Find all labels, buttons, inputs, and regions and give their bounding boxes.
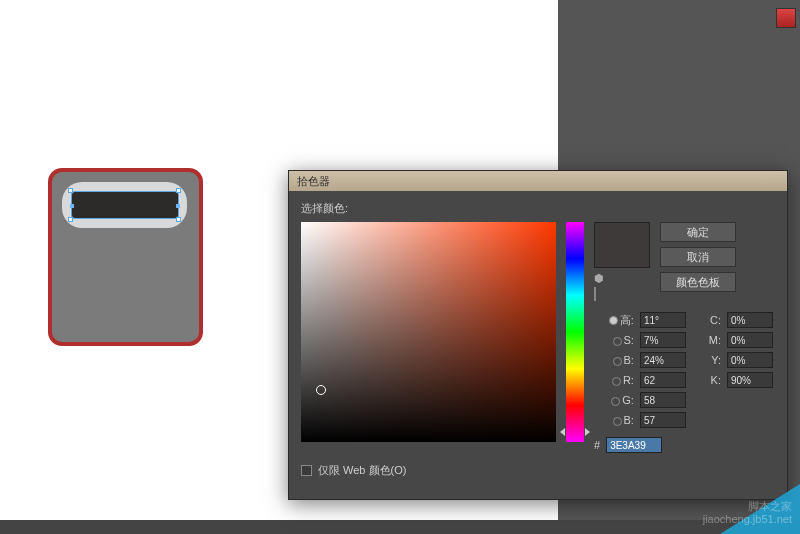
s-label[interactable]: S: bbox=[594, 334, 634, 346]
k-input[interactable] bbox=[727, 372, 773, 388]
web-only-row[interactable]: 仅限 Web 颜色(O) bbox=[301, 463, 775, 478]
s-input[interactable] bbox=[640, 332, 686, 348]
m-label: M: bbox=[694, 334, 721, 346]
shape-white-bar[interactable] bbox=[62, 182, 187, 228]
s-radio[interactable] bbox=[613, 337, 622, 346]
g-radio[interactable] bbox=[611, 397, 620, 406]
hue-slider[interactable] bbox=[566, 222, 584, 442]
b-label[interactable]: B: bbox=[594, 414, 634, 426]
selection-handle[interactable] bbox=[68, 217, 73, 222]
g-label[interactable]: G: bbox=[594, 394, 634, 406]
g-input[interactable] bbox=[640, 392, 686, 408]
selection-handle[interactable] bbox=[68, 188, 73, 193]
swatches-button[interactable]: 颜色色板 bbox=[660, 272, 736, 292]
r-input[interactable] bbox=[640, 372, 686, 388]
bv-radio[interactable] bbox=[613, 357, 622, 366]
h-input[interactable] bbox=[640, 312, 686, 328]
web-only-label: 仅限 Web 颜色(O) bbox=[318, 463, 406, 478]
dialog-title: 拾色器 bbox=[297, 175, 330, 187]
cube-icon[interactable]: ⬢ bbox=[594, 272, 606, 284]
current-color-swatch bbox=[594, 222, 650, 268]
k-label: K: bbox=[694, 374, 721, 386]
hue-indicator-icon[interactable] bbox=[560, 428, 590, 436]
dialog-titlebar[interactable]: 拾色器 bbox=[289, 171, 787, 191]
selection-handle[interactable] bbox=[176, 217, 181, 222]
r-radio[interactable] bbox=[612, 377, 621, 386]
watermark-text: 脚本之家 jiaocheng.jb51.net bbox=[703, 500, 792, 526]
y-label: Y: bbox=[694, 354, 721, 366]
color-value-grid: 高: C: S: M: B: Y: R: K: G: bbox=[594, 312, 775, 428]
saturation-value-field[interactable] bbox=[301, 222, 556, 442]
cancel-button[interactable]: 取消 bbox=[660, 247, 736, 267]
shape-rounded-rect[interactable] bbox=[48, 168, 203, 346]
y-input[interactable] bbox=[727, 352, 773, 368]
b-radio[interactable] bbox=[613, 417, 622, 426]
hex-input[interactable] bbox=[606, 437, 662, 453]
color-picker-dialog: 拾色器 选择颜色: ⬢ bbox=[288, 170, 788, 500]
c-label: C: bbox=[694, 314, 721, 326]
h-label[interactable]: 高: bbox=[594, 313, 634, 328]
top-right-swatch-icon[interactable] bbox=[776, 8, 796, 28]
b-input[interactable] bbox=[640, 412, 686, 428]
ok-button[interactable]: 确定 bbox=[660, 222, 736, 242]
r-label[interactable]: R: bbox=[594, 374, 634, 386]
hex-label: # bbox=[594, 439, 600, 451]
c-input[interactable] bbox=[727, 312, 773, 328]
m-input[interactable] bbox=[727, 332, 773, 348]
shape-dark-pill-selected[interactable] bbox=[71, 191, 179, 219]
web-only-checkbox[interactable] bbox=[301, 465, 312, 476]
sv-cursor-icon[interactable] bbox=[316, 385, 326, 395]
bv-input[interactable] bbox=[640, 352, 686, 368]
bv-label[interactable]: B: bbox=[594, 354, 634, 366]
h-radio[interactable] bbox=[609, 316, 618, 325]
none-color-icon[interactable] bbox=[594, 287, 596, 301]
select-color-label: 选择颜色: bbox=[301, 201, 775, 216]
selection-handle[interactable] bbox=[176, 188, 181, 193]
status-bar bbox=[0, 520, 800, 534]
